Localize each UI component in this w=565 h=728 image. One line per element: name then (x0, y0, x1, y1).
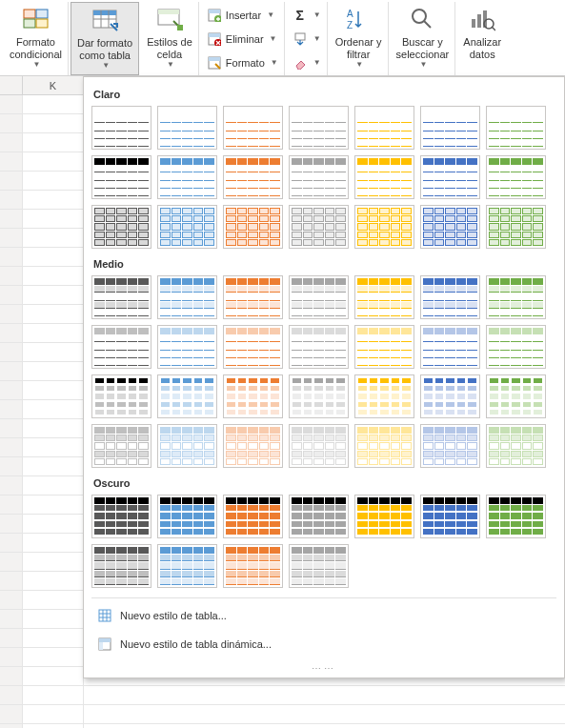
chevron-down-icon: ▼ (33, 60, 41, 69)
table-style-swatch[interactable] (420, 205, 480, 249)
table-style-swatch[interactable] (420, 325, 480, 369)
new-pivot-style-icon (97, 637, 112, 652)
chevron-down-icon: ▼ (313, 34, 321, 43)
new-table-style-button[interactable]: Nuevo estilo de tabla... (91, 604, 556, 627)
section-light-header: Claro (93, 89, 555, 100)
table-style-swatch[interactable] (289, 544, 349, 588)
table-style-swatch[interactable] (289, 205, 349, 249)
delete-icon (207, 31, 222, 47)
format-button[interactable]: Formato ▼ (205, 54, 280, 71)
eraser-icon (293, 55, 308, 71)
clear-button[interactable]: ▼ (291, 54, 323, 71)
table-style-swatch[interactable] (354, 275, 414, 319)
table-style-swatch[interactable] (486, 495, 546, 538)
chevron-down-icon: ▼ (267, 10, 274, 19)
analyze-label: Analizardatos (463, 36, 501, 60)
table-style-swatch[interactable] (486, 155, 546, 199)
table-style-swatch[interactable] (420, 424, 480, 468)
table-style-swatch[interactable] (91, 424, 151, 468)
sort-filter-label: Ordenar yfiltrar (335, 36, 382, 60)
table-style-swatch[interactable] (223, 275, 283, 319)
table-style-swatch[interactable] (223, 495, 283, 538)
table-style-swatch[interactable] (157, 275, 217, 319)
table-style-swatch[interactable] (223, 424, 283, 468)
format-as-table-button[interactable]: Dar formatocomo tabla ▼ (71, 2, 139, 75)
ribbon: Formatocondicional ▼ Dar formatocomo tab… (0, 0, 565, 76)
autosum-button[interactable]: Σ▼ (291, 7, 323, 24)
table-style-swatch[interactable] (223, 205, 283, 249)
table-style-swatch[interactable] (486, 374, 546, 418)
sort-filter-button[interactable]: AZ Ordenar yfiltrar ▼ (330, 2, 389, 75)
table-style-swatch[interactable] (157, 155, 217, 199)
table-style-swatch[interactable] (157, 106, 217, 150)
new-table-style-icon (97, 608, 112, 623)
table-style-swatch[interactable] (289, 275, 349, 319)
delete-button[interactable]: Eliminar ▼ (205, 30, 280, 48)
table-style-swatch[interactable] (157, 544, 217, 588)
table-style-swatch[interactable] (486, 106, 546, 150)
table-style-swatch[interactable] (289, 374, 349, 418)
col-header-k[interactable]: K (23, 76, 84, 94)
table-style-swatch[interactable] (223, 544, 283, 588)
table-style-swatch[interactable] (289, 424, 349, 468)
new-pivot-style-button[interactable]: Nuevo estilo de tabla dinámica... (91, 633, 556, 656)
svg-rect-16 (209, 33, 220, 37)
table-style-swatch[interactable] (354, 325, 414, 369)
svg-point-23 (413, 10, 426, 23)
table-style-swatch[interactable] (157, 374, 217, 418)
table-style-swatch[interactable] (354, 495, 414, 538)
table-style-swatch[interactable] (354, 424, 414, 468)
table-style-swatch[interactable] (289, 495, 349, 538)
table-style-swatch[interactable] (91, 325, 151, 369)
table-style-swatch[interactable] (420, 106, 480, 150)
table-style-swatch[interactable] (486, 275, 546, 319)
insert-button[interactable]: Insertar ▼ (205, 7, 280, 24)
table-style-swatch[interactable] (91, 544, 151, 588)
table-style-swatch[interactable] (91, 275, 151, 319)
cell-styles-icon (154, 4, 185, 34)
table-style-swatch[interactable] (223, 155, 283, 199)
table-style-swatch[interactable] (420, 275, 480, 319)
table-style-swatch[interactable] (289, 155, 349, 199)
table-style-swatch[interactable] (91, 374, 151, 418)
analyze-data-button[interactable]: Analizardatos (457, 2, 507, 75)
table-style-swatch[interactable] (354, 106, 414, 150)
resize-grip-icon[interactable]: ⋯⋯ (91, 663, 556, 674)
table-style-swatch[interactable] (91, 495, 151, 538)
table-style-swatch[interactable] (157, 495, 217, 538)
table-style-swatch[interactable] (486, 205, 546, 249)
chevron-down-icon: ▼ (102, 61, 110, 70)
find-select-button[interactable]: Buscar yseleccionar ▼ (391, 2, 456, 75)
table-style-swatch[interactable] (223, 106, 283, 150)
chevron-down-icon: ▼ (313, 58, 321, 67)
svg-text:A: A (347, 9, 353, 19)
cell-styles-label: Estilos decelda (147, 36, 192, 60)
chevron-down-icon: ▼ (271, 58, 278, 67)
conditional-format-button[interactable]: Formatocondicional ▼ (4, 2, 69, 75)
dropdown-footer: Nuevo estilo de tabla... Nuevo estilo de… (91, 597, 556, 674)
table-style-swatch[interactable] (420, 374, 480, 418)
cell-styles-button[interactable]: Estilos decelda ▼ (141, 2, 199, 75)
table-style-swatch[interactable] (354, 374, 414, 418)
table-style-swatch[interactable] (420, 155, 480, 199)
svg-rect-28 (99, 610, 111, 621)
editing-icons-group: Σ▼ ▼ ▼ (287, 2, 328, 75)
table-style-swatch[interactable] (486, 325, 546, 369)
new-pivot-style-label: Nuevo estilo de tabla dinámica... (120, 638, 272, 650)
table-style-swatch[interactable] (157, 424, 217, 468)
table-style-swatch[interactable] (486, 424, 546, 468)
table-style-swatch[interactable] (354, 205, 414, 249)
table-style-swatch[interactable] (354, 155, 414, 199)
table-style-swatch[interactable] (223, 325, 283, 369)
table-style-swatch[interactable] (157, 205, 217, 249)
table-style-swatch[interactable] (289, 325, 349, 369)
table-style-swatch[interactable] (223, 374, 283, 418)
fill-button[interactable]: ▼ (291, 30, 323, 48)
table-style-swatch[interactable] (91, 205, 151, 249)
table-style-swatch[interactable] (157, 325, 217, 369)
table-style-swatch[interactable] (289, 106, 349, 150)
table-style-swatch[interactable] (420, 495, 480, 538)
table-style-swatch[interactable] (91, 155, 151, 199)
table-style-swatch[interactable] (91, 106, 151, 150)
format-as-table-icon (90, 5, 120, 35)
